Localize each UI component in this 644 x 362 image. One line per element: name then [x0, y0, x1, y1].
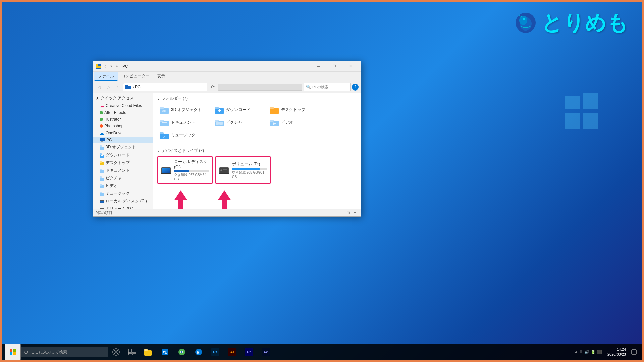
folder-pic-icon	[215, 118, 224, 126]
back-button[interactable]: ◁	[95, 83, 103, 91]
tray-volume[interactable]: 🔊	[584, 350, 589, 354]
folder-3d[interactable]: 3D 3D オブジェクト	[157, 104, 211, 115]
nav-item-label: OneDrive	[106, 131, 123, 135]
help-button[interactable]: ?	[352, 84, 359, 90]
nav-item-ps[interactable]: Photoshop	[93, 123, 153, 129]
quick-down-btn[interactable]: ▾	[108, 64, 114, 69]
nav-item-drive-c[interactable]: ローカル ディスク (C:)	[93, 197, 153, 205]
cortana-button[interactable]	[108, 344, 124, 360]
folder-desktop[interactable]: デスクトップ	[267, 104, 321, 115]
up-button[interactable]: ↑	[114, 83, 122, 91]
svg-rect-45	[215, 120, 219, 122]
svg-rect-41	[160, 120, 164, 122]
svg-rect-18	[100, 153, 102, 155]
menu-computer[interactable]: コンピューター	[118, 72, 153, 81]
quick-undo-btn[interactable]: ↩	[114, 64, 120, 69]
tray-action[interactable]: ⬛	[597, 350, 602, 354]
drive-d-space: 空き領域 205 GB/931 GB	[232, 170, 267, 179]
folder-pic[interactable]: ピクチャ	[212, 117, 266, 128]
nav-item-pc[interactable]: PC	[93, 137, 153, 143]
svg-rect-75	[132, 349, 136, 353]
drives-section-label: デバイスとドライブ (2)	[162, 148, 204, 154]
menu-view[interactable]: 表示	[153, 72, 169, 81]
taskbar-ai[interactable]: Ai	[224, 344, 240, 360]
nav-item-vid[interactable]: ビデオ	[93, 182, 153, 190]
drive-d-info: ボリューム (D:) 空き領域 205 GB/931 GB	[232, 161, 267, 179]
torimemo-text: とりめも	[541, 9, 629, 37]
folder-vid[interactable]: ビデオ	[267, 117, 321, 128]
nav-item-label: ダウンロード	[106, 152, 130, 158]
start-button[interactable]	[5, 344, 21, 360]
onedrive-icon: ☁	[100, 130, 104, 136]
drive-c-bar	[174, 170, 189, 172]
nav-item-music[interactable]: ミュージック	[93, 190, 153, 197]
nav-item-ai[interactable]: Illustrator	[93, 116, 153, 123]
nav-item-ae[interactable]: After Effects	[93, 109, 153, 116]
star-icon: ★	[96, 96, 99, 101]
nav-pane: ★ クイック アクセス ☁ Creative Cloud Files After…	[93, 93, 153, 209]
detail-view-button[interactable]: ≡	[352, 210, 358, 216]
taskbar-ps[interactable]: Ps	[207, 344, 223, 360]
arrow-left	[174, 190, 187, 209]
minimize-button[interactable]: ─	[311, 61, 326, 72]
forward-button[interactable]: ▷	[104, 83, 112, 91]
svg-rect-12	[100, 138, 105, 141]
list-view-button[interactable]: ⊞	[345, 210, 351, 216]
drive-d-bar	[232, 168, 260, 170]
taskbar-ae[interactable]: Ae	[258, 344, 274, 360]
maximize-button[interactable]: ☐	[327, 61, 342, 72]
nav-item-onedrive[interactable]: ☁ OneDrive	[93, 129, 153, 137]
task-view-button[interactable]	[124, 344, 140, 360]
close-button[interactable]: ✕	[342, 61, 358, 72]
address-path[interactable]: › PC	[123, 83, 207, 91]
ai-icon	[100, 118, 103, 121]
nav-item-download[interactable]: ダウンロード	[93, 151, 153, 159]
svg-rect-63	[223, 171, 226, 171]
quick-access-header[interactable]: ★ クイック アクセス	[93, 94, 153, 102]
nav-item-cc[interactable]: ☁ Creative Cloud Files	[93, 102, 153, 109]
search-input[interactable]	[312, 85, 348, 89]
desktop: とりめも ◁ ▾ ↩	[0, 0, 644, 362]
quick-back-btn[interactable]: ◁	[102, 64, 108, 69]
nav-item-label: ビデオ	[106, 183, 118, 189]
folders-section-header[interactable]: フォルダー (7)	[157, 96, 357, 101]
drive-d[interactable]: ボリューム (D:) 空き領域 205 GB/931 GB	[215, 156, 271, 184]
nav-item-doc[interactable]: ドキュメント	[93, 167, 153, 174]
svg-point-3	[523, 18, 525, 20]
nav-item-3d[interactable]: 3D オブジェクト	[93, 143, 153, 151]
refresh-button[interactable]: ⟳	[209, 83, 217, 91]
taskbar-files[interactable]	[140, 344, 156, 360]
tray-battery[interactable]: 🔋	[591, 350, 596, 354]
folder-doc[interactable]: ドキュメント	[157, 117, 211, 128]
taskbar-edge[interactable]: e	[191, 344, 207, 360]
nav-item-label: Photoshop	[104, 124, 123, 128]
clock-date: 2020/03/23	[607, 352, 626, 357]
svg-rect-21	[100, 170, 104, 173]
nav-item-label: ミュージック	[106, 191, 130, 196]
system-clock[interactable]: 14:24 2020/03/23	[605, 347, 629, 357]
folders-grid: 3D 3D オブジェクト ダウンロード	[157, 104, 357, 141]
svg-rect-64	[219, 173, 229, 174]
folder-download[interactable]: ダウンロード	[212, 104, 266, 115]
taskbar-chrome[interactable]	[174, 344, 190, 360]
svg-rect-56	[162, 168, 170, 173]
svg-rect-77	[133, 353, 136, 355]
menu-file[interactable]: ファイル	[94, 72, 118, 81]
nav-item-pic[interactable]: ピクチャ	[93, 174, 153, 182]
nav-item-desktop[interactable]: デスクトップ	[93, 159, 153, 167]
drive-c[interactable]: ローカル ディスク (C:) 空き領域 267 GB/464 GB	[157, 156, 213, 184]
svg-rect-43	[162, 124, 166, 124]
tray-network[interactable]: 🖥	[579, 350, 583, 354]
taskbar-search[interactable]: ⊙ ここに入力して検索	[21, 347, 108, 357]
folder-download-label: ダウンロード	[226, 107, 250, 113]
notification-center-button[interactable]	[629, 344, 639, 360]
folder-pic-label: ピクチャ	[226, 120, 242, 125]
nav-item-drive-d[interactable]: ボリューム (D:)	[93, 205, 153, 209]
folder-3d-label: 3D オブジェクト	[171, 107, 202, 113]
taskbar-pr[interactable]: Pr	[241, 344, 257, 360]
drives-section-header[interactable]: デバイスとドライブ (2)	[157, 148, 357, 154]
taskbar-store[interactable]: 🛍	[157, 344, 173, 360]
folder-music[interactable]: ♪ ミュージック	[157, 129, 211, 141]
search-box[interactable]: 🔍	[304, 83, 351, 91]
tray-chevron[interactable]: ∧	[575, 350, 578, 354]
